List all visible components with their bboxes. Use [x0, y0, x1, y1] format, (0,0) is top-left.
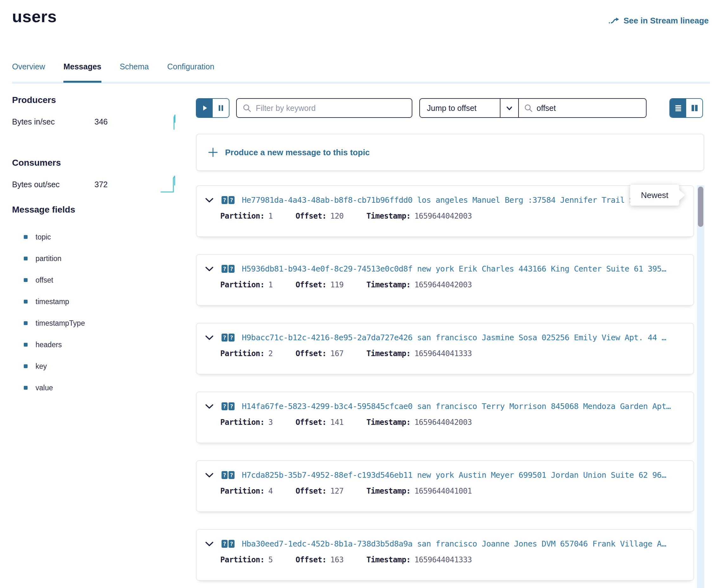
expand-chevron-icon[interactable]: [205, 541, 214, 547]
message-row[interactable]: ? ? He77981da-4a43-48ab-b8f8-cb71b96ffdd…: [196, 185, 694, 237]
newest-tooltip-label: Newest: [641, 190, 668, 200]
partition-label: Partition:: [220, 212, 265, 220]
unknown-value-format-icon: ?: [228, 402, 234, 410]
offset-search-input[interactable]: [537, 104, 641, 113]
jump-select-chevron[interactable]: [500, 99, 519, 117]
consumers-heading: Consumers: [12, 158, 183, 168]
scrollbar-track[interactable]: [697, 185, 704, 588]
field-bullet-icon: [24, 235, 27, 239]
message-row[interactable]: ? ? Hba30eed7-1edc-452b-8b1a-738d3b5d8a9…: [196, 529, 694, 581]
play-button[interactable]: [197, 99, 213, 117]
expand-chevron-icon[interactable]: [205, 472, 214, 478]
tab-configuration[interactable]: Configuration: [167, 62, 214, 83]
partition-label: Partition:: [220, 487, 265, 496]
serde-badges: ? ?: [222, 334, 234, 341]
partition-value: 5: [268, 555, 273, 564]
field-label: timestampType: [36, 319, 85, 328]
produce-message-button[interactable]: Produce a new message to this topic: [196, 134, 704, 171]
offset-value: 119: [330, 280, 344, 289]
scrollbar-thumb[interactable]: [698, 187, 703, 227]
message-text: He77981da-4a43-48ab-b8f8-cb71b96ffdd0 lo…: [242, 195, 685, 205]
unknown-key-format-icon: ?: [222, 334, 228, 341]
message-text: H7cda825b-35b7-4952-88ef-c193d546eb11 ne…: [242, 470, 685, 480]
partition-label: Partition:: [220, 349, 265, 358]
offset-value: 127: [330, 487, 344, 496]
offset-value: 167: [330, 349, 344, 358]
field-item-offset[interactable]: offset: [12, 269, 183, 291]
message-row[interactable]: ? ? H7cda825b-35b7-4952-88ef-c193d546eb1…: [196, 460, 694, 512]
field-label: key: [36, 362, 47, 371]
field-label: topic: [36, 233, 51, 241]
message-row[interactable]: ? ? H9bacc71c-b12c-4216-8e95-2a7da727e42…: [196, 323, 694, 375]
tab-bar: Overview Messages Schema Configuration: [12, 62, 214, 83]
offset-label: Offset:: [295, 555, 327, 564]
field-item-headers[interactable]: headers: [12, 334, 183, 355]
unknown-key-format-icon: ?: [222, 471, 228, 479]
timestamp-label: Timestamp:: [366, 280, 411, 289]
bytes-in-label: Bytes in/sec: [12, 117, 55, 126]
expand-chevron-icon[interactable]: [205, 266, 214, 272]
tab-schema[interactable]: Schema: [120, 62, 149, 83]
bytes-in-row: Bytes in/sec 346: [12, 113, 183, 132]
timestamp-value: 1659644041333: [414, 555, 472, 564]
field-bullet-icon: [24, 343, 27, 346]
serde-badges: ? ?: [222, 265, 234, 273]
message-row[interactable]: ? ? H5936db81-b943-4e0f-8c29-74513e0c0d8…: [196, 254, 694, 306]
field-bullet-icon: [24, 278, 27, 282]
bytes-in-sparkline: [170, 113, 178, 132]
partition-label: Partition:: [220, 418, 265, 427]
jump-to-offset-select[interactable]: Jump to offset: [420, 99, 500, 117]
unknown-key-format-icon: ?: [222, 402, 228, 410]
column-view-button[interactable]: [686, 99, 702, 117]
tab-overview[interactable]: Overview: [12, 62, 45, 83]
field-item-topic[interactable]: topic: [12, 226, 183, 248]
serde-badges: ? ?: [222, 402, 234, 410]
pause-icon: [218, 104, 224, 112]
unknown-value-format-icon: ?: [228, 471, 234, 479]
serde-badges: ? ?: [222, 196, 234, 204]
field-item-partition[interactable]: partition: [12, 248, 183, 269]
filter-keyword-input[interactable]: [256, 104, 406, 113]
sidebar: Producers Bytes in/sec 346 Consumers Byt…: [12, 95, 183, 399]
expand-chevron-icon[interactable]: [205, 335, 214, 340]
partition-label: Partition:: [220, 280, 265, 289]
message-list: ? ? He77981da-4a43-48ab-b8f8-cb71b96ffdd…: [196, 185, 694, 588]
offset-value: 120: [330, 212, 344, 220]
field-item-timestampType[interactable]: timestampType: [12, 312, 183, 334]
partition-value: 1: [268, 212, 273, 220]
pause-button[interactable]: [213, 99, 229, 117]
bytes-out-sparkline: [160, 174, 179, 195]
timestamp-label: Timestamp:: [366, 349, 411, 358]
stream-lineage-link[interactable]: See in Stream lineage: [608, 16, 709, 26]
offset-search: [519, 99, 646, 117]
field-label: timestamp: [36, 297, 69, 306]
field-bullet-icon: [24, 300, 27, 303]
search-icon: [243, 104, 251, 112]
field-label: offset: [36, 276, 53, 285]
offset-label: Offset:: [295, 487, 327, 496]
serde-badges: ? ?: [222, 471, 234, 479]
column-view-icon: [690, 104, 699, 112]
message-fields-heading: Message fields: [12, 205, 183, 215]
message-row[interactable]: ? ? H14fa67fe-5823-4299-b3c4-595845cfcae…: [196, 392, 694, 443]
field-item-key[interactable]: key: [12, 355, 183, 377]
view-mode-toggle: [669, 98, 703, 118]
play-icon: [201, 104, 209, 112]
timestamp-label: Timestamp:: [366, 212, 411, 220]
expand-chevron-icon[interactable]: [205, 197, 214, 203]
partition-value: 2: [268, 349, 273, 358]
expand-chevron-icon[interactable]: [205, 404, 214, 409]
chevron-down-icon: [505, 104, 513, 112]
field-item-timestamp[interactable]: timestamp: [12, 291, 183, 312]
message-fields-list: topic partition offset timestamp timesta…: [12, 226, 183, 399]
tab-messages[interactable]: Messages: [63, 62, 101, 83]
message-text: H9bacc71c-b12c-4216-8e95-2a7da727e426 sa…: [242, 333, 685, 342]
unknown-value-format-icon: ?: [228, 265, 234, 273]
partition-value: 3: [268, 418, 273, 427]
unknown-key-format-icon: ?: [222, 540, 228, 548]
field-item-value[interactable]: value: [12, 377, 183, 399]
message-text: H5936db81-b943-4e0f-8c29-74513e0c0d8f ne…: [242, 264, 685, 273]
page-title: users: [12, 7, 57, 26]
list-view-button[interactable]: [670, 99, 686, 117]
offset-label: Offset:: [295, 212, 327, 220]
